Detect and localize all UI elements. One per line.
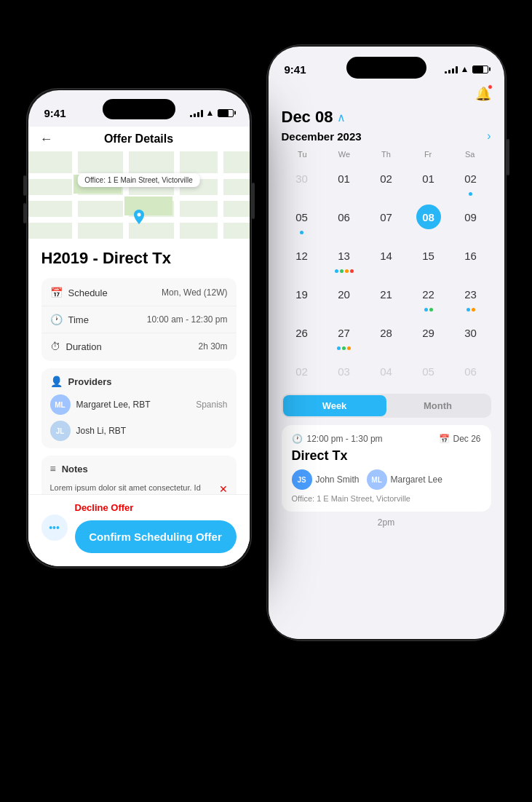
calendar-next-button[interactable]: ›	[487, 130, 491, 143]
calendar-cell[interactable]: 13	[324, 239, 365, 276]
provider2-row: JL Josh Li, RBT	[50, 421, 228, 441]
calendar-date-number: 21	[374, 282, 399, 306]
calendar-cell[interactable]: 12	[282, 239, 322, 276]
month-toggle-button[interactable]: Month	[386, 395, 490, 416]
calendar-dot	[467, 308, 470, 311]
calendar-dot	[429, 308, 433, 311]
calendar-cell[interactable]: 21	[366, 277, 407, 314]
calendar-dot	[469, 192, 472, 196]
calendar-cell[interactable]: 09	[450, 200, 491, 237]
calendar-cell[interactable]: 02	[366, 162, 407, 199]
calendar-cell[interactable]: 04	[366, 354, 407, 386]
event-time-row: 🕐 12:00 pm - 1:30 pm 📅 Dec 26	[292, 434, 481, 444]
calendar-dot	[340, 269, 344, 273]
notification-icon[interactable]: 🔔	[475, 86, 491, 102]
calendar-dot	[345, 269, 349, 273]
calendar-cell[interactable]: 20	[324, 277, 365, 314]
calendar-cell[interactable]: 16	[450, 239, 491, 276]
calendar-dot	[424, 308, 428, 311]
calendar-date-number: 06	[332, 205, 357, 229]
calendar-cell[interactable]: 01	[408, 162, 449, 199]
calendar-cell[interactable]: 29	[408, 316, 449, 353]
event-title: Direct Tx	[292, 448, 481, 464]
back-button[interactable]: ←	[40, 132, 53, 147]
week-toggle-button[interactable]: Week	[283, 395, 386, 416]
calendar-date-number: 01	[332, 166, 357, 191]
calendar-cell[interactable]: 28	[366, 316, 407, 353]
providers-section: 👤 Providers ML Margaret Lee, RBT Spanish…	[41, 368, 237, 448]
duration-icon: ⏱	[50, 341, 60, 352]
calendar-cell[interactable]: 15	[408, 239, 449, 276]
calendar-dot	[350, 269, 354, 273]
calendar-cell[interactable]: 08	[408, 200, 449, 237]
power-button[interactable]	[252, 183, 255, 219]
calendar-cell[interactable]: 26	[282, 316, 322, 353]
app-header: ← Offer Details	[28, 127, 250, 151]
volume-up-button[interactable]	[23, 175, 26, 196]
calendar-cell[interactable]: 01	[324, 162, 365, 199]
calendar-date-number: 06	[458, 359, 483, 384]
provider2-avatar: JL	[50, 421, 71, 441]
schedule-icon: 📅	[50, 287, 63, 298]
calendar-dot	[342, 346, 346, 350]
provider1-avatar: ML	[50, 394, 71, 415]
provider2-name: Josh Li, RBT	[76, 426, 127, 436]
calendar-date-number: 19	[290, 282, 314, 306]
calendar-date-number: 29	[416, 320, 441, 345]
calendar-cell[interactable]: 06	[324, 200, 365, 237]
calendar-cell[interactable]: 03	[324, 354, 365, 386]
power-button-right[interactable]	[507, 139, 509, 175]
event-provider2-name: Margaret Lee	[391, 475, 442, 485]
volume-down-button[interactable]	[23, 203, 26, 223]
calendar-date-number: 23	[458, 282, 483, 306]
confirm-button[interactable]: Confirm Scheduling Offer	[75, 520, 237, 553]
calendar-cell[interactable]: 30	[450, 316, 491, 353]
detail-section: 📅 Schedule Mon, Wed (12W) 🕐 Time 10:00 a…	[41, 278, 237, 361]
time-icon: 🕐	[50, 314, 63, 325]
three-dots-icon: •••	[49, 522, 60, 533]
calendar-date-number: 15	[416, 243, 441, 268]
calendar-cell[interactable]: 27	[324, 316, 365, 353]
provider1-name: Margaret Lee, RBT	[76, 400, 151, 410]
calendar-cell[interactable]: 22	[408, 277, 449, 314]
dynamic-island-right	[346, 57, 426, 79]
calendar-cell[interactable]: 02	[450, 162, 491, 199]
calendar-date-number: 02	[290, 359, 314, 384]
event-date: 📅 Dec 26	[439, 434, 480, 444]
calendar-toggle: Week Month	[282, 394, 491, 418]
calendar-dot	[337, 346, 341, 350]
event-provider2-avatar: ML	[367, 469, 387, 490]
schedule-value: Mon, Wed (12W)	[162, 287, 227, 298]
calendar-cell[interactable]: 23	[450, 277, 491, 314]
more-options-button[interactable]: •••	[41, 515, 68, 541]
status-icons-right: ▲	[445, 64, 488, 74]
battery-icon	[218, 109, 234, 117]
calendar-cell[interactable]: 07	[366, 200, 407, 237]
svg-point-0	[137, 213, 140, 217]
calendar-date-number: 12	[290, 243, 314, 268]
event-providers: JS John Smith ML Margaret Lee	[292, 469, 481, 490]
calendar-dots	[467, 308, 475, 311]
calendar-dots	[424, 308, 433, 311]
calendar-date-header: Dec 08 ∧	[269, 102, 504, 130]
date-chevron-icon[interactable]: ∧	[337, 111, 346, 124]
calendar-cell[interactable]: 05	[408, 354, 449, 386]
event-office: Office: 1 E Main Street, Victorville	[292, 494, 481, 503]
calendar-grid: 3001020102050607080912131415161920212223…	[269, 162, 504, 386]
calendar-dots	[300, 231, 303, 234]
time-label: Time	[68, 314, 89, 325]
calendar-dots	[337, 346, 351, 350]
decline-offer-button[interactable]: Decline Offer	[75, 502, 237, 513]
day-we: We	[323, 147, 365, 162]
calendar-cell[interactable]: 30	[282, 162, 322, 199]
status-icons-left: ▲	[190, 108, 234, 118]
signal-icon-right	[445, 65, 458, 74]
map-label-bubble: Office: 1 E Main Street, Victorville	[77, 173, 200, 187]
calendar-cell[interactable]: 02	[282, 354, 322, 386]
calendar-date-number: 02	[374, 166, 399, 191]
calendar-cell[interactable]: 19	[282, 277, 322, 314]
calendar-cell[interactable]: 05	[282, 200, 322, 237]
calendar-cell[interactable]: 14	[366, 239, 407, 276]
calendar-cell[interactable]: 06	[450, 354, 491, 386]
calendar-screen: 🔔 Dec 08 ∧ December 2023 › Tu W	[269, 83, 504, 639]
